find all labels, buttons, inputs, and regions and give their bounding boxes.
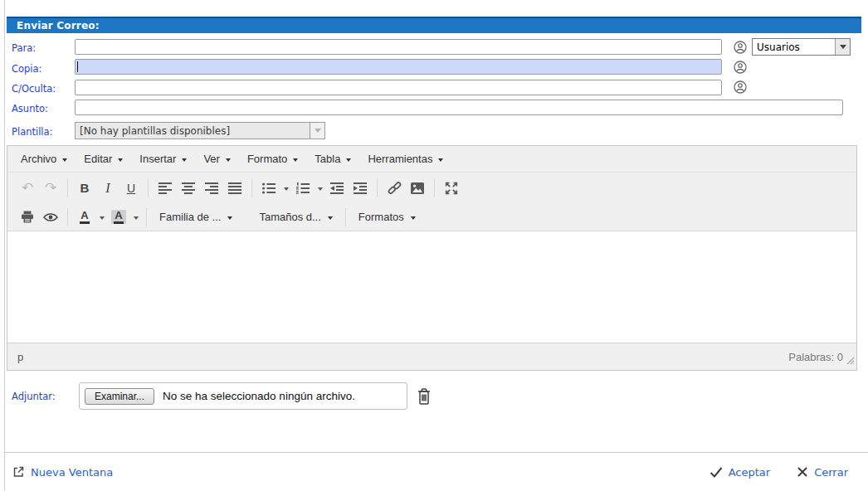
chevron-down-icon — [118, 158, 123, 162]
footer-bar: Nueva Ventana Aceptar Cerrar — [5, 453, 868, 491]
recipient-type-select[interactable]: Usuarios — [752, 38, 851, 56]
font-size-select[interactable]: Tamaños d... — [251, 207, 339, 228]
text-cursor — [77, 61, 78, 72]
text-color-dropdown[interactable] — [96, 207, 107, 228]
file-input[interactable]: Examinar... No se ha seleccionado ningún… — [79, 382, 407, 410]
file-status-text: No se ha seleccionado ningún archivo. — [163, 390, 355, 402]
chevron-down-icon — [134, 216, 139, 220]
chevron-down-icon — [227, 216, 232, 220]
menu-editar[interactable]: Editar — [76, 146, 131, 172]
chevron-down-icon — [411, 216, 416, 220]
menu-ver[interactable]: Ver — [195, 146, 239, 172]
formats-select[interactable]: Formatos — [351, 207, 423, 228]
menu-formato[interactable]: Formato — [239, 146, 306, 172]
chevron-down-icon — [226, 158, 231, 162]
editor-content-area[interactable] — [7, 231, 856, 343]
fullscreen-icon[interactable] — [440, 177, 463, 199]
asunto-label: Asunto: — [12, 103, 48, 114]
resize-grip[interactable] — [846, 353, 855, 368]
underline-button[interactable]: U — [119, 177, 143, 199]
align-left-icon[interactable] — [154, 177, 177, 199]
preview-eye-icon[interactable] — [39, 207, 62, 228]
chevron-down-icon — [284, 187, 289, 191]
editor-menubar: Archivo Editar Insertar Ver Formato Tabl… — [7, 146, 856, 173]
background-color-dropdown[interactable] — [130, 207, 141, 228]
asunto-input[interactable] — [75, 100, 843, 115]
send-mail-dialog: Enviar Correo: Para: Usuarios Copia: C/O… — [0, 0, 868, 491]
numbered-list-dropdown[interactable] — [315, 177, 325, 199]
dialog-header: Enviar Correo: — [7, 17, 861, 33]
editor-statusbar: p Palabras: 0 — [7, 343, 856, 370]
align-right-icon[interactable] — [200, 177, 223, 199]
menu-archivo[interactable]: Archivo — [12, 146, 76, 172]
oculta-input[interactable] — [75, 80, 722, 95]
oculta-label: C/Oculta: — [12, 83, 56, 95]
toolbar-divider — [146, 208, 147, 226]
background-color-swatch — [114, 221, 124, 224]
toolbar-divider — [345, 208, 346, 226]
text-color-button[interactable]: A — [73, 207, 96, 228]
toolbar-divider — [377, 179, 378, 197]
check-icon — [710, 466, 723, 478]
copia-label: Copia: — [12, 63, 41, 75]
chevron-down-icon — [318, 187, 323, 191]
text-color-swatch — [80, 221, 90, 224]
browse-button[interactable]: Examinar... — [85, 388, 154, 405]
trash-icon — [417, 387, 432, 406]
para-input[interactable] — [75, 39, 722, 55]
delete-attachment-button[interactable] — [415, 386, 433, 407]
indent-icon[interactable] — [349, 177, 372, 199]
editor-toolbar-row1: ↶ ↷ B I U — [7, 173, 856, 203]
recipient-type-value: Usuarios — [753, 41, 835, 53]
bold-button[interactable]: B — [73, 177, 96, 199]
user-picker-icon-para[interactable] — [734, 41, 747, 54]
plantilla-dropdown-button — [310, 123, 324, 139]
redo-icon[interactable]: ↷ — [39, 177, 62, 199]
close-x-icon — [797, 466, 808, 478]
new-window-link[interactable]: Nueva Ventana — [12, 465, 113, 479]
link-icon[interactable] — [383, 177, 406, 199]
accept-button[interactable]: Aceptar — [710, 466, 770, 479]
chevron-down-icon — [293, 158, 298, 162]
editor-toolbar-row2: A A Familia de ... Tamaños d... Formatos — [7, 203, 856, 231]
menu-tabla[interactable]: Tabla — [306, 146, 359, 172]
bullet-list-icon[interactable] — [257, 177, 280, 199]
undo-icon[interactable]: ↶ — [16, 177, 39, 199]
plantilla-value: [No hay plantillas disponibles] — [76, 125, 310, 137]
chevron-down-icon — [100, 216, 105, 220]
rich-text-editor: Archivo Editar Insertar Ver Formato Tabl… — [7, 145, 857, 371]
chevron-down-icon — [328, 216, 333, 220]
plantilla-label: Plantilla: — [12, 126, 52, 138]
bullet-list-dropdown[interactable] — [280, 177, 291, 199]
chevron-down-icon — [438, 158, 443, 162]
recipient-type-dropdown-button[interactable] — [835, 39, 850, 55]
element-path[interactable]: p — [7, 351, 23, 363]
close-button[interactable]: Cerrar — [797, 466, 848, 479]
toolbar-divider — [67, 179, 68, 197]
chevron-down-icon — [182, 158, 187, 162]
toolbar-divider — [251, 179, 252, 197]
italic-button[interactable]: I — [96, 177, 119, 199]
menu-insertar[interactable]: Insertar — [131, 146, 195, 172]
user-picker-icon-oculta[interactable] — [734, 80, 747, 94]
background-color-button[interactable]: A — [107, 207, 130, 228]
image-icon[interactable] — [406, 177, 429, 199]
plantilla-select: [No hay plantillas disponibles] — [75, 122, 325, 139]
user-picker-icon-copia[interactable] — [734, 61, 747, 74]
outdent-icon[interactable] — [325, 177, 349, 199]
toolbar-divider — [434, 179, 435, 197]
font-family-select[interactable]: Familia de ... — [152, 207, 240, 228]
copia-input[interactable] — [75, 59, 722, 75]
chevron-down-icon — [346, 158, 351, 162]
para-label: Para: — [12, 42, 36, 54]
toolbar-divider — [148, 179, 149, 197]
window-left-border — [4, 0, 5, 491]
print-icon[interactable] — [16, 207, 39, 228]
adjuntar-label: Adjuntar: — [12, 391, 56, 402]
numbered-list-icon[interactable] — [291, 177, 315, 199]
align-justify-icon[interactable] — [223, 177, 246, 199]
toolbar-divider — [67, 208, 68, 226]
menu-herramientas[interactable]: Herramientas — [359, 146, 451, 172]
align-center-icon[interactable] — [177, 177, 200, 199]
new-window-icon — [12, 465, 25, 479]
